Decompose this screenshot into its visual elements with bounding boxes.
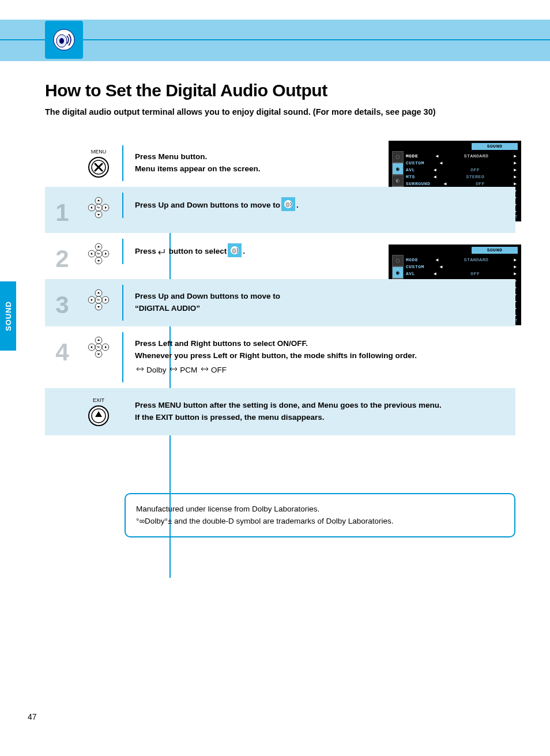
step-3: 3 Press Up and Down buttons to move to “…: [45, 279, 515, 326]
seq-item: PCM: [180, 366, 197, 374]
step-number: 2: [45, 239, 80, 271]
menu-button-label: MENU: [87, 149, 110, 155]
step-text: .: [296, 200, 299, 212]
step-text: If the EXIT button is pressed, the menu …: [135, 412, 510, 424]
step-number: 4: [45, 332, 80, 364]
sound-menu-icon: [281, 197, 295, 211]
step-text: Whenever you press Left or Right button,…: [135, 350, 510, 362]
step-menu: MENU Press Menu button. Menu items appea…: [45, 140, 515, 187]
step-number-blank: [45, 145, 80, 153]
note-text: Manufactured under license from Dolby La…: [136, 503, 504, 516]
seq-item: Dolby: [146, 366, 167, 374]
note-text: °∞Dolby°± and the double-D symbol are tr…: [136, 516, 504, 528]
step-text: Press Menu button.: [135, 151, 324, 163]
speaker-icon: [50, 26, 78, 54]
step-exit: EXIT Press MENU button after the setting…: [45, 388, 515, 435]
dolby-note: Manufactured under license from Dolby La…: [125, 493, 515, 538]
step-text: Press Left and Right buttons to select O…: [135, 338, 510, 350]
step-number: 1: [45, 193, 80, 225]
steps-container: SOUND ▢◉◐◑▦ MODE◀STANDARD▶ CUSTOM◀▶ AVL◀…: [45, 140, 515, 435]
svg-point-3: [59, 38, 64, 44]
step-text: Press Up and Down buttons to move to: [135, 291, 324, 303]
exit-button-icon: [87, 404, 110, 427]
svg-point-19: [232, 249, 236, 253]
section-icon-speaker: [45, 21, 83, 59]
cycle-arrow-icon: [169, 366, 179, 373]
step-text: button to select: [169, 246, 227, 258]
enter-button-icon: [157, 248, 168, 255]
dpad-icon: [87, 336, 110, 359]
dpad-icon: [87, 288, 110, 311]
step-text: “DIGITAL AUDIO”: [135, 303, 324, 315]
dpad-icon: [87, 196, 110, 219]
page-number: 47: [28, 712, 37, 721]
step-text: Menu items appear on the screen.: [135, 163, 324, 175]
step-4: 4 Press Left and Right buttons to select…: [45, 326, 515, 388]
step-text: .: [243, 246, 245, 258]
side-tab: SOUND: [0, 281, 16, 351]
step-number: 3: [45, 285, 80, 317]
exit-button-label: EXIT: [87, 397, 110, 403]
step-1: 1 Press Up and Down buttons to move to: [45, 187, 515, 233]
page-title: How to Set the Digital Audio Output: [45, 81, 515, 100]
dpad-icon: [87, 242, 110, 265]
step-text: Press MENU button after the setting is d…: [135, 400, 510, 412]
step-text: Press Up and Down buttons to move to: [135, 200, 280, 212]
sound-menu-icon: [228, 243, 242, 257]
seq-item: OFF: [211, 366, 227, 374]
menu-button-icon: [87, 156, 110, 179]
step-2: 2 Press button to select: [45, 233, 515, 279]
step-number-blank: [45, 394, 80, 402]
cycle-arrow-icon: [201, 366, 210, 373]
cycle-arrow-icon: [136, 366, 145, 373]
step-text: Press: [135, 246, 156, 258]
svg-point-12: [286, 202, 289, 207]
page-subtitle: The digital audio output terminal allows…: [45, 107, 515, 116]
